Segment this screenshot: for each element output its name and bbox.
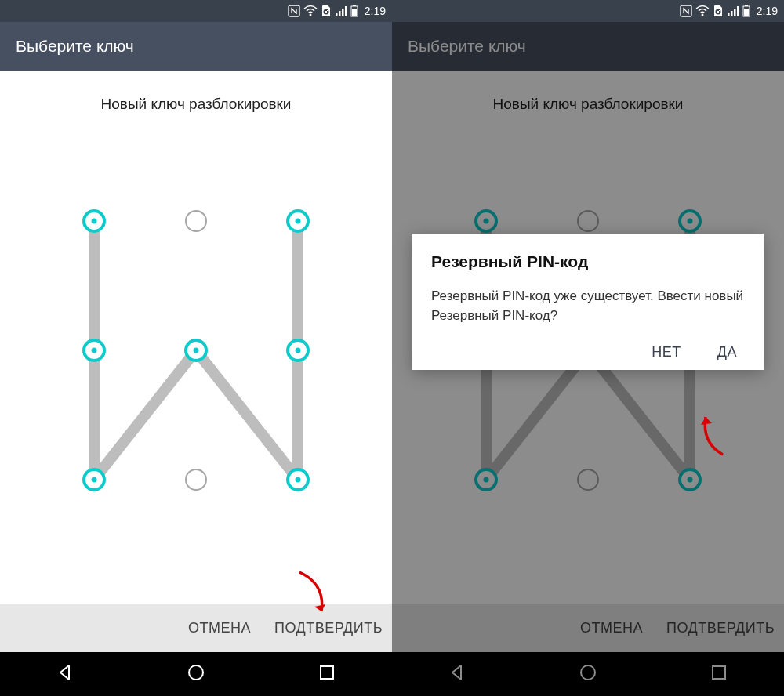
svg-rect-34: [737, 6, 739, 16]
svg-rect-9: [352, 9, 357, 16]
nav-recent-icon[interactable]: [317, 662, 337, 686]
svg-point-12: [186, 211, 206, 231]
svg-rect-31: [728, 13, 730, 16]
svg-rect-32: [731, 11, 733, 16]
svg-rect-37: [744, 9, 749, 16]
battery-icon: [742, 5, 750, 17]
cancel-button[interactable]: ОТМЕНА: [188, 620, 251, 636]
svg-point-11: [92, 219, 97, 224]
wifi-icon: [695, 5, 710, 17]
svg-rect-33: [734, 9, 736, 16]
dialog-title: Резервный PIN-код: [431, 252, 745, 271]
svg-rect-4: [339, 11, 341, 16]
svg-point-18: [194, 348, 199, 353]
confirm-button[interactable]: ПОДТВЕРДИТЬ: [274, 620, 383, 636]
signal-icon: [727, 5, 739, 17]
dialog-no-button[interactable]: НЕТ: [652, 344, 681, 361]
nav-back-icon[interactable]: [55, 662, 75, 686]
wifi-icon: [303, 5, 318, 17]
sim-icon: [713, 5, 724, 17]
header-title: Выберите ключ: [16, 37, 134, 56]
svg-point-14: [296, 219, 301, 224]
dialog-actions: НЕТ ДА: [431, 344, 745, 361]
svg-point-1: [309, 14, 311, 16]
content-area: Новый ключ разблокировки: [0, 71, 392, 604]
svg-rect-6: [345, 6, 347, 16]
svg-point-26: [189, 665, 203, 680]
nfc-icon: [680, 5, 692, 17]
svg-point-29: [701, 14, 703, 16]
pattern-lock[interactable]: [0, 113, 392, 604]
pattern-svg: [0, 113, 392, 604]
subtitle: Новый ключ разблокировки: [101, 96, 292, 113]
sim-icon: [321, 5, 332, 17]
svg-point-25: [296, 477, 301, 483]
status-time: 2:19: [365, 5, 386, 17]
phone-right: 2:19 Выберите ключ Новый ключ разблокиро…: [392, 0, 784, 696]
dialog-body: Резервный PIN-код уже существует. Ввести…: [431, 287, 745, 325]
phone-left: 2:19 Выберите ключ Новый ключ разблокиро…: [0, 0, 392, 696]
battery-icon: [350, 5, 358, 17]
status-bar: 2:19: [0, 0, 392, 22]
svg-point-22: [92, 477, 97, 483]
nav-bar: [0, 652, 392, 696]
svg-rect-27: [321, 666, 333, 679]
app-header: Выберите ключ: [0, 22, 392, 71]
signal-icon: [335, 5, 347, 17]
svg-rect-3: [336, 13, 338, 16]
status-time: 2:19: [757, 5, 778, 17]
footer-bar: ОТМЕНА ПОДТВЕРДИТЬ: [0, 604, 392, 652]
nfc-icon: [288, 5, 300, 17]
nav-home-icon[interactable]: [186, 662, 206, 686]
svg-point-20: [296, 348, 301, 353]
dialog-yes-button[interactable]: ДА: [717, 344, 737, 361]
backup-pin-dialog: Резервный PIN-код Резервный PIN-код уже …: [412, 234, 764, 370]
svg-rect-5: [342, 9, 344, 16]
svg-point-23: [186, 469, 206, 490]
svg-point-16: [92, 348, 97, 353]
status-bar: 2:19: [392, 0, 784, 22]
